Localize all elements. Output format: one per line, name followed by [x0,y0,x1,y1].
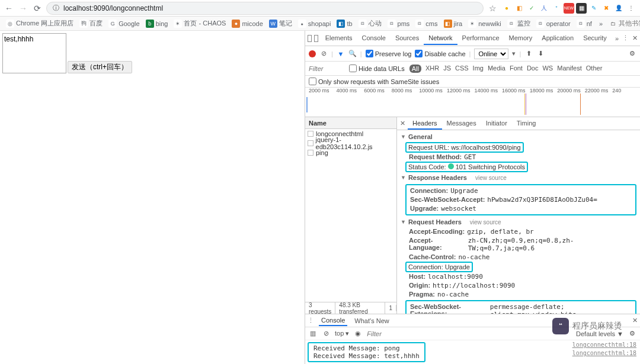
devtools-tab[interactable]: Elements [321,32,357,45]
devtools-menu-icon[interactable]: ⋮ [622,34,629,42]
source-link[interactable]: longconnecthtml:18 [572,342,636,348]
drawer-close-icon[interactable]: ✕ [632,317,638,324]
star-button[interactable]: ☆ [487,3,498,14]
ext-icon[interactable]: ◧ [514,3,524,14]
filter-type[interactable]: JS [443,65,451,73]
filter-input[interactable] [309,65,344,72]
devtools-tab[interactable]: Memory [504,32,537,45]
filter-type[interactable]: Media [488,65,505,73]
detail-tab[interactable]: Messages [442,118,481,130]
hide-data-urls-checkbox[interactable]: Hide data URLs [349,65,405,72]
avatar-icon[interactable]: 👤 [613,3,624,14]
bookmark-item[interactable]: ⧈operator [534,18,573,29]
message-textarea[interactable]: test,hhhh [2,33,66,73]
network-timeline[interactable]: 2000 ms4000 ms6000 ms8000 ms10000 ms1200… [305,88,640,117]
drawer-tab-console[interactable]: Console [319,315,347,326]
bookmark-item[interactable]: W笔记 [267,18,295,29]
devtools-tab[interactable]: Application [537,32,578,45]
search-icon[interactable]: 🔍 [348,50,357,58]
ext-icon[interactable]: NEW [564,3,574,14]
bookmark-item[interactable]: ◎Chrome 网上应用店 [4,18,76,29]
bookmarks-overflow[interactable]: » [597,19,605,28]
devtools-close-icon[interactable]: ✕ [632,34,638,42]
console-filter-input[interactable] [367,330,571,337]
download-icon[interactable]: ⬇ [536,50,545,58]
detail-tab[interactable]: Timing [512,118,541,130]
upload-icon[interactable]: ⬆ [524,50,533,58]
clear-icon[interactable]: ⊘ [319,50,328,58]
detail-tab[interactable]: Headers [408,118,442,130]
filter-type[interactable]: Font [510,65,523,73]
other-bookmarks[interactable]: 🗀 其他书签 [606,18,640,29]
filter-type[interactable]: CSS [455,65,469,73]
bookmark-item[interactable]: ⧈pms [385,18,412,29]
device-toggle-icon[interactable] [314,35,318,42]
bookmark-favicon-icon: ⧈ [388,20,396,28]
filter-type[interactable]: Manifest [557,65,582,73]
bookmark-item[interactable]: 狗百度 [77,18,105,29]
filter-type[interactable]: Doc [527,65,539,73]
bookmark-item[interactable]: ◧tb [334,18,354,29]
back-button[interactable]: ← [4,3,14,14]
bookmark-item[interactable]: ⬥shopapi [296,18,334,29]
ext-icon[interactable]: ● [501,3,512,14]
ext-icon[interactable]: ✎ [588,3,599,14]
detail-close-icon[interactable]: ✕ [397,120,408,127]
devtools-tab[interactable]: Console [357,32,391,45]
ext-icon[interactable]: ▦ [576,3,587,14]
drawer-tab-whatsnew[interactable]: What's New [352,316,391,326]
tabs-overflow-icon[interactable]: » [613,35,621,42]
settings-icon[interactable]: ⚙ [628,50,636,58]
omnibox[interactable]: ⓘ localhost:9090/longconnecthtml [46,2,484,15]
bookmark-item[interactable]: ⧈心动 [356,18,384,29]
devtools-tab[interactable]: Security [578,32,612,45]
console-clear-icon[interactable]: ⊘ [322,330,330,338]
bookmark-item[interactable]: ◧jira [441,18,465,29]
drawer-menu-icon[interactable]: ⋮ [308,317,314,324]
preserve-log-checkbox[interactable]: Preserve log [366,50,412,57]
devtools-tab[interactable]: Performance [457,32,504,45]
ext-icon[interactable]: ✓ [526,3,537,14]
ext-icon[interactable]: ᕀ [551,3,562,14]
bookmark-item[interactable]: ⧈nf [574,18,594,29]
forward-button[interactable]: → [18,3,28,14]
bookmark-item[interactable]: ⧈监控 [505,18,533,29]
reload-button[interactable]: ⟳ [32,3,43,14]
detail-tab[interactable]: Initiator [481,118,512,130]
filter-toggle-icon[interactable]: ▼ [337,50,345,58]
console-settings-icon[interactable]: ⚙ [628,330,636,338]
bookmark-item[interactable]: bbing [143,18,171,29]
bookmark-item[interactable]: ✶首页 - CHAOS [171,18,228,29]
record-icon[interactable] [309,50,316,57]
console-context-select[interactable]: top ▾ [335,330,349,337]
filter-type[interactable]: Img [473,65,484,73]
devtools-tab[interactable]: Network [424,32,457,45]
ext-icon[interactable]: ✖ [601,3,612,14]
bookmark-item[interactable]: ●micode [229,18,265,29]
filter-type[interactable]: All [409,65,421,73]
samesite-checkbox[interactable]: Only show requests with SameSite issues [309,78,439,85]
ext-icon[interactable]: 人 [539,3,549,14]
site-info-icon[interactable]: ⓘ [52,4,60,12]
response-headers-section[interactable]: ▼Response Headersview source [397,172,640,183]
levels-select[interactable]: Default levels ▼ [576,330,623,337]
console-sidebar-icon[interactable]: ▥ [309,330,317,338]
request-list: Name longconnecthtmljquery-1-edb203c114.… [305,117,397,314]
filter-type[interactable]: WS [542,65,553,73]
disable-cache-checkbox[interactable]: Disable cache [415,50,465,57]
bookmark-item[interactable]: ✶newwiki [466,18,504,29]
filter-type[interactable]: Other [586,65,603,73]
bookmark-item[interactable]: GGoogle [106,18,142,29]
bookmark-item[interactable]: ⧈cms [413,18,440,29]
request-headers-section[interactable]: ▼Request Headersview source [397,217,640,227]
throttle-select[interactable]: Online [474,49,508,59]
devtools-tab[interactable]: Sources [391,32,424,45]
inspect-element-icon[interactable] [308,35,312,42]
request-row[interactable]: jquery-1-edb203c114.10.2.js [305,138,396,148]
chrome-menu-icon[interactable]: ⋮ [626,3,636,14]
source-link[interactable]: longconnecthtml:18 [572,350,636,356]
general-section[interactable]: ▼General [397,131,640,142]
eye-icon[interactable]: ◉ [354,330,362,338]
filter-type[interactable]: XHR [425,65,439,73]
send-button[interactable]: 发送（ctrl+回车） [68,61,132,73]
